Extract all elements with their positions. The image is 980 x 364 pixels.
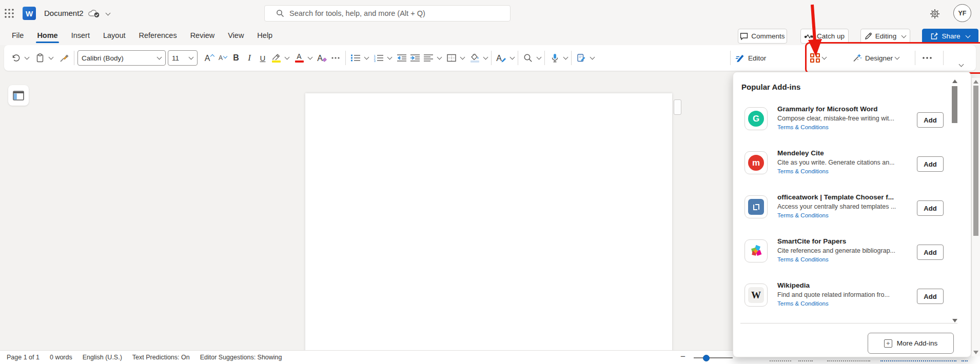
editing-mode-button[interactable]: Editing <box>860 29 910 44</box>
styles-button[interactable]: A <box>495 49 508 67</box>
dictate-mic-button[interactable] <box>548 49 561 67</box>
shading-chevron-icon[interactable] <box>483 55 488 60</box>
page-scroll-up-icon[interactable] <box>973 80 978 84</box>
clear-formatting-button[interactable]: A <box>316 49 329 67</box>
menu-tab-references[interactable]: References <box>137 29 178 43</box>
terms-and-conditions-link[interactable]: Terms & Conditions <box>777 124 829 130</box>
zoom-slider-handle[interactable] <box>703 355 710 361</box>
proofing-chevron-icon[interactable] <box>590 55 595 60</box>
increase-indent-button[interactable] <box>408 49 422 67</box>
menu-tabs: FileHomeInsertLayoutReferencesReviewView… <box>10 27 274 45</box>
menu-tab-layout[interactable]: Layout <box>102 29 127 43</box>
terms-and-conditions-link[interactable]: Terms & Conditions <box>777 300 829 307</box>
comments-button[interactable]: Comments <box>738 29 787 44</box>
find-chevron-icon[interactable] <box>537 55 542 60</box>
status-text-predictions[interactable]: Text Predictions: On <box>132 354 190 361</box>
add-in-description: Compose clear, mistake-free writing wit.… <box>777 115 894 122</box>
numbered-list-button[interactable]: 123 <box>372 49 385 67</box>
add-button[interactable]: Add <box>917 200 944 216</box>
page-scrollbar[interactable] <box>972 78 980 356</box>
menu-tab-insert[interactable]: Insert <box>70 29 91 43</box>
add-ins-button[interactable] <box>809 49 828 67</box>
plus-square-icon: + <box>884 339 892 348</box>
more-font-options-icon[interactable] <box>329 49 342 67</box>
styles-chevron-icon[interactable] <box>510 55 515 60</box>
align-button[interactable] <box>422 49 435 67</box>
table-chevron-icon[interactable] <box>460 55 465 60</box>
editor-button[interactable]: Editor <box>734 49 768 67</box>
grow-font-button[interactable]: A <box>203 49 216 67</box>
status-editor-suggestions[interactable]: Editor Suggestions: Showing <box>200 354 282 361</box>
italic-button[interactable]: I <box>243 49 256 67</box>
zoom-out-icon[interactable]: − <box>680 352 685 362</box>
add-button[interactable]: Add <box>917 289 944 304</box>
font-name-select[interactable]: Calibri (Body) <box>77 50 166 66</box>
avatar[interactable]: YF <box>953 4 971 22</box>
add-in-description: Access your centrally shared templates .… <box>777 203 896 210</box>
highlighter-button[interactable] <box>269 49 283 67</box>
format-painter-icon[interactable] <box>57 49 71 67</box>
proofing-button[interactable] <box>575 49 588 67</box>
status-page-1-of-1[interactable]: Page 1 of 1 <box>7 354 40 361</box>
status-items: Page 1 of 10 wordsEnglish (U.S.)Text Pre… <box>7 351 282 364</box>
add-in-row: WWikipediaFind and quote related informa… <box>733 280 959 322</box>
more-add-ins-button[interactable]: + More Add-ins <box>868 333 954 354</box>
add-button[interactable]: Add <box>917 112 944 128</box>
navigation-pane-toggle[interactable] <box>8 85 29 106</box>
font-size-select[interactable]: 11 <box>168 50 198 66</box>
paste-button[interactable] <box>33 49 47 67</box>
underline-button[interactable]: U <box>256 49 269 67</box>
dictate-chevron-icon[interactable] <box>563 55 569 60</box>
decrease-indent-button[interactable] <box>395 49 408 67</box>
bullet-list-chevron-icon[interactable] <box>364 55 369 60</box>
font-color-button[interactable]: A <box>292 49 306 67</box>
catch-up-button[interactable]: Catch up <box>800 29 849 44</box>
add-in-name: Grammarly for Microsoft Word <box>777 105 878 113</box>
find-button[interactable] <box>521 49 535 67</box>
status-english-u-s-[interactable]: English (U.S.) <box>83 354 122 361</box>
undo-button[interactable] <box>9 49 23 67</box>
status-0-words[interactable]: 0 words <box>50 354 72 361</box>
zoom-slider-track[interactable] <box>694 357 733 358</box>
highlighter-chevron-icon[interactable] <box>285 55 290 60</box>
document-title[interactable]: Document2 <box>44 9 84 17</box>
word-app-icon[interactable]: W <box>23 7 36 20</box>
terms-and-conditions-link[interactable]: Terms & Conditions <box>777 168 829 174</box>
panel-scrollbar-thumb[interactable] <box>952 86 957 123</box>
saved-status-icon[interactable] <box>87 9 101 18</box>
undo-chevron-icon[interactable] <box>25 55 30 60</box>
scroll-down-icon[interactable] <box>952 319 957 322</box>
app-launcher-icon[interactable] <box>4 8 15 19</box>
add-button[interactable]: Add <box>917 156 944 172</box>
menu-tab-help[interactable]: Help <box>256 29 274 43</box>
navigation-pane-icon <box>13 91 24 100</box>
numbered-list-chevron-icon[interactable] <box>387 55 393 60</box>
font-color-chevron-icon[interactable] <box>308 55 313 60</box>
menu-tab-file[interactable]: File <box>10 29 25 43</box>
menu-tab-home[interactable]: Home <box>35 29 59 43</box>
shrink-font-button[interactable]: A <box>216 49 229 67</box>
menu-tab-review[interactable]: Review <box>189 29 217 43</box>
panel-scrollbar[interactable] <box>951 79 959 322</box>
scroll-up-icon[interactable] <box>952 79 957 83</box>
table-button[interactable] <box>445 49 458 67</box>
ribbon-more-options-icon[interactable] <box>920 49 934 67</box>
paste-chevron-icon[interactable] <box>49 55 54 60</box>
document-title-chevron-icon[interactable] <box>106 11 111 16</box>
designer-button[interactable]: Designer <box>851 49 901 67</box>
search-input[interactable]: Search for tools, help, and more (Alt + … <box>264 5 511 22</box>
document-page[interactable] <box>305 93 672 364</box>
page-margin-tab[interactable] <box>674 99 681 115</box>
settings-gear-icon[interactable] <box>929 8 941 20</box>
terms-and-conditions-link[interactable]: Terms & Conditions <box>777 212 829 218</box>
terms-and-conditions-link[interactable]: Terms & Conditions <box>777 256 829 262</box>
add-button[interactable]: Add <box>917 245 944 260</box>
bold-button[interactable]: B <box>229 49 243 67</box>
shading-bucket-button[interactable] <box>468 49 481 67</box>
page-scroll-down-icon[interactable] <box>973 351 978 354</box>
align-chevron-icon[interactable] <box>437 55 442 60</box>
bullet-list-button[interactable] <box>349 49 362 67</box>
share-button[interactable]: Share <box>922 29 978 44</box>
page-scrollbar-thumb[interactable] <box>973 86 978 236</box>
menu-tab-view[interactable]: View <box>226 29 245 43</box>
